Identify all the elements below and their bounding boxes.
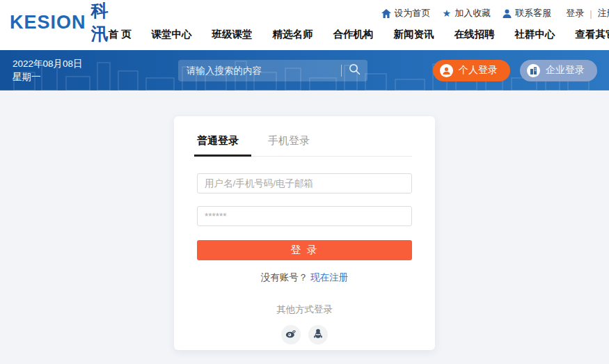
other-login-text: 其他方式登录 bbox=[197, 303, 412, 316]
date-block: 2022年08月08日 星期一 bbox=[13, 57, 178, 84]
set-homepage-label: 设为首页 bbox=[395, 7, 431, 19]
weibo-icon bbox=[285, 329, 296, 341]
blue-banner: 2022年08月08日 星期一 个人登录 企业登录 bbox=[0, 50, 609, 90]
register-row: 没有账号？ 现在注册 bbox=[197, 271, 412, 284]
register-now-link[interactable]: 现在注册 bbox=[310, 272, 348, 283]
login-tabs: 普通登录 手机登录 bbox=[197, 134, 412, 157]
search-input[interactable] bbox=[187, 65, 337, 76]
auth-separator: | bbox=[590, 8, 592, 19]
nav-item-featured-teachers[interactable]: 精选名师 bbox=[273, 28, 313, 41]
enterprise-login-button[interactable]: 企业登录 bbox=[520, 60, 597, 81]
tab-normal-login[interactable]: 普通登录 bbox=[197, 134, 239, 156]
enterprise-building-icon bbox=[527, 64, 540, 77]
nav-item-class-course[interactable]: 班级课堂 bbox=[212, 28, 253, 41]
login-card: 普通登录 手机登录 登 录 没有账号？ 现在注册 其他方式登录 bbox=[174, 116, 435, 350]
password-input[interactable] bbox=[197, 206, 412, 226]
add-favorite-link[interactable]: ★ 加入收藏 bbox=[443, 7, 491, 19]
person-icon bbox=[503, 9, 512, 18]
personal-login-button[interactable]: 个人登录 bbox=[433, 60, 510, 81]
social-login-row bbox=[197, 325, 412, 345]
nav-item-home[interactable]: 首 页 bbox=[109, 28, 132, 41]
search-box bbox=[178, 60, 367, 81]
weibo-login-button[interactable] bbox=[281, 325, 301, 345]
page-body: 普通登录 手机登录 登 录 没有账号？ 现在注册 其他方式登录 bbox=[0, 90, 609, 364]
main-nav: 首 页 课堂中心 班级课堂 精选名师 合作机构 新闻资讯 在线招聘 社群中心 查… bbox=[109, 28, 609, 41]
register-link-top[interactable]: 注册 bbox=[598, 7, 609, 19]
home-icon bbox=[381, 9, 391, 18]
username-input[interactable] bbox=[197, 173, 412, 193]
contact-service-link[interactable]: 联系客服 bbox=[503, 7, 551, 19]
personal-login-label: 个人登录 bbox=[459, 64, 498, 77]
site-logo[interactable]: KESION 科汛 bbox=[10, 10, 109, 35]
no-account-text: 没有账号？ bbox=[261, 272, 308, 283]
login-submit-button[interactable]: 登 录 bbox=[197, 240, 412, 260]
nav-item-news[interactable]: 新闻资讯 bbox=[394, 28, 434, 41]
current-weekday: 星期一 bbox=[13, 70, 178, 84]
logo-text-en: KESION bbox=[10, 12, 86, 33]
personal-avatar-icon bbox=[440, 64, 453, 77]
top-header: KESION 科汛 设为首页 ★ 加入收藏 联系客服 登录 bbox=[0, 0, 609, 50]
utility-links: 设为首页 ★ 加入收藏 联系客服 登录 | 注册 bbox=[381, 7, 609, 19]
tab-mobile-login[interactable]: 手机登录 bbox=[268, 134, 310, 156]
search-button[interactable] bbox=[349, 63, 361, 77]
contact-service-label: 联系客服 bbox=[515, 7, 551, 19]
qq-login-button[interactable] bbox=[308, 325, 328, 345]
nav-item-partner-orgs[interactable]: 合作机构 bbox=[333, 28, 374, 41]
enterprise-login-label: 企业登录 bbox=[546, 64, 585, 77]
add-favorite-label: 加入收藏 bbox=[454, 7, 491, 19]
nav-item-jobs[interactable]: 在线招聘 bbox=[454, 28, 495, 41]
search-icon bbox=[349, 63, 361, 77]
set-homepage-link[interactable]: 设为首页 bbox=[381, 7, 431, 19]
search-divider bbox=[341, 65, 342, 77]
nav-item-community[interactable]: 社群中心 bbox=[515, 28, 555, 41]
logo-text-cn: 科汛 bbox=[91, 0, 109, 45]
qq-penguin-icon bbox=[313, 329, 323, 342]
nav-item-classroom-center[interactable]: 课堂中心 bbox=[152, 28, 192, 41]
star-icon: ★ bbox=[443, 8, 452, 18]
current-date: 2022年08月08日 bbox=[13, 57, 178, 70]
login-link[interactable]: 登录 bbox=[566, 7, 584, 19]
nav-item-more[interactable]: 查看其它 bbox=[576, 28, 609, 41]
